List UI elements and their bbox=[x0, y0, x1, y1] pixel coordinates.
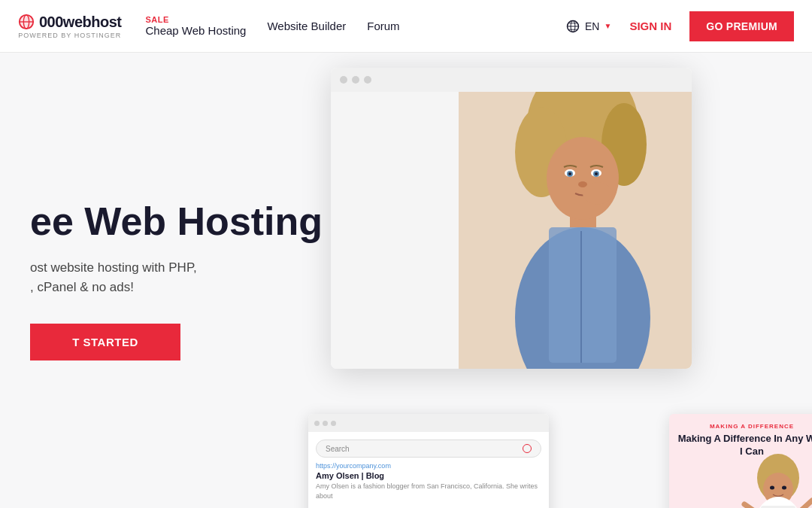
navbar: 000webhost POWERED BY HOSTINGER SALE Che… bbox=[0, 0, 812, 53]
nav-right: EN ▼ SIGN IN GO PREMIUM bbox=[565, 11, 794, 41]
language-selector[interactable]: EN ▼ bbox=[565, 19, 611, 34]
svg-point-29 bbox=[770, 486, 774, 490]
hero-section: ee Web Hosting ost website hosting with … bbox=[0, 53, 812, 508]
browser-mockup-main bbox=[331, 68, 692, 369]
search-icon bbox=[523, 444, 532, 453]
hero-title: ee Web Hosting bbox=[30, 200, 316, 243]
search-bar-mock: Search bbox=[316, 440, 541, 458]
browser-topbar-small bbox=[308, 414, 549, 432]
cheap-hosting-link[interactable]: Cheap Web Hosting bbox=[145, 24, 246, 37]
browser-small-content: Search https://yourcompany.com Amy Olsen… bbox=[308, 432, 549, 508]
globe-icon bbox=[565, 19, 580, 34]
nav-sale-group[interactable]: SALE Cheap Web Hosting bbox=[145, 15, 246, 37]
logo-icon bbox=[18, 14, 35, 30]
pink-card-label: MAKING A DIFFERENCE bbox=[710, 423, 794, 430]
logo-area: 000webhost POWERED BY HOSTINGER bbox=[18, 14, 121, 39]
go-premium-button[interactable]: GO PREMIUM bbox=[689, 11, 794, 41]
woman-small-image bbox=[722, 452, 812, 508]
svg-point-24 bbox=[578, 181, 587, 187]
blog-title: Amy Olsen | Blog bbox=[316, 471, 541, 480]
woman-large-svg bbox=[459, 92, 692, 369]
sale-badge: SALE bbox=[145, 15, 246, 24]
woman-large-image bbox=[459, 92, 692, 369]
svg-point-20 bbox=[568, 172, 571, 175]
browser-dot-2 bbox=[352, 76, 359, 84]
blog-entry: https://yourcompany.com Amy Olsen | Blog… bbox=[316, 462, 541, 500]
hero-content: ee Web Hosting ost website hosting with … bbox=[0, 53, 316, 508]
sign-in-button[interactable]: SIGN IN bbox=[626, 14, 674, 38]
browser-content-main bbox=[331, 92, 692, 369]
logo-sub: POWERED BY HOSTINGER bbox=[18, 32, 121, 39]
blog-url: https://yourcompany.com bbox=[316, 462, 541, 470]
website-builder-link[interactable]: Website Builder bbox=[267, 17, 346, 35]
browser-dot-3 bbox=[364, 76, 371, 84]
forum-link[interactable]: Forum bbox=[367, 17, 399, 35]
pink-card: MAKING A DIFFERENCE Making A Difference … bbox=[669, 414, 812, 508]
hero-subtitle: ost website hosting with PHP, , cPanel &… bbox=[30, 258, 256, 297]
svg-point-30 bbox=[782, 486, 786, 490]
browser-topbar-main bbox=[331, 68, 692, 92]
browser-small-dot-3 bbox=[331, 421, 336, 426]
svg-point-17 bbox=[547, 137, 619, 220]
woman-small-svg bbox=[722, 452, 812, 508]
hero-visual: Search https://yourcompany.com Amy Olsen… bbox=[308, 53, 812, 508]
svg-rect-15 bbox=[549, 227, 617, 363]
chevron-down-icon: ▼ bbox=[604, 22, 611, 30]
logo-brand: 000webhost bbox=[18, 14, 121, 31]
blog-desc: Amy Olsen is a fashion blogger from San … bbox=[316, 482, 541, 500]
nav-links: SALE Cheap Web Hosting Website Builder F… bbox=[145, 15, 565, 37]
logo-text: 000webhost bbox=[39, 14, 121, 31]
browser-small-dot-2 bbox=[323, 421, 328, 426]
svg-point-23 bbox=[595, 172, 598, 175]
lang-label: EN bbox=[585, 20, 599, 32]
get-started-button[interactable]: T STARTED bbox=[30, 324, 180, 360]
search-placeholder: Search bbox=[326, 445, 350, 453]
browser-mockup-small: Search https://yourcompany.com Amy Olsen… bbox=[308, 414, 549, 508]
svg-point-25 bbox=[583, 182, 613, 205]
browser-dot-1 bbox=[340, 76, 347, 84]
